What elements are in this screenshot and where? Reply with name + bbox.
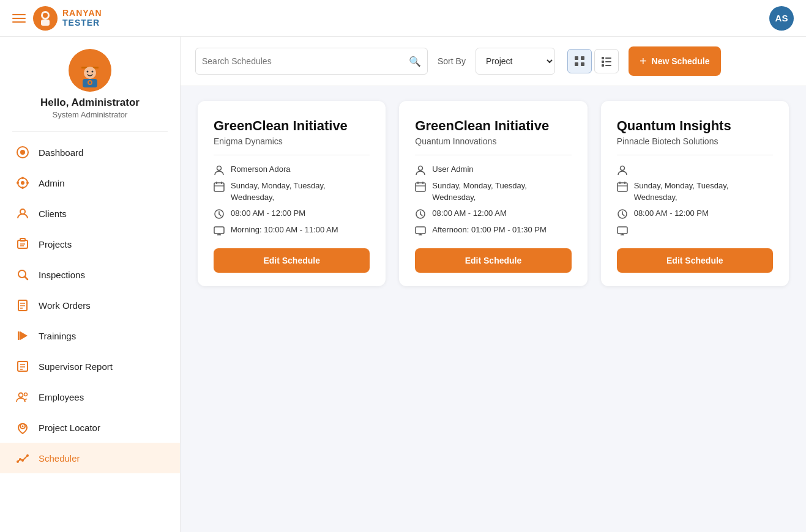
card-company: Enigma Dynamics (214, 136, 370, 146)
sidebar-item-label: Admin (39, 178, 65, 188)
sidebar-item-label: Employees (39, 392, 84, 402)
svg-line-84 (622, 214, 624, 216)
view-toggle (567, 49, 619, 73)
svg-rect-67 (416, 183, 425, 191)
card-title: GreenClean Initiative (214, 118, 370, 134)
svg-line-62 (219, 214, 221, 216)
svg-point-77 (620, 166, 624, 171)
sidebar-item-projects[interactable]: Projects (0, 229, 180, 259)
svg-rect-46 (581, 56, 584, 60)
svg-point-66 (419, 166, 423, 171)
play-icon (15, 328, 30, 343)
svg-rect-54 (605, 65, 611, 66)
sidebar-item-inspections[interactable]: Inspections (0, 259, 180, 290)
sidebar-item-label: Work Orders (39, 300, 91, 311)
grid-icon (574, 56, 585, 67)
svg-point-37 (19, 393, 23, 397)
card-divider (214, 155, 370, 155)
svg-point-8 (92, 71, 94, 73)
edit-schedule-button[interactable]: Edit Schedule (617, 248, 773, 273)
svg-rect-1 (41, 20, 50, 26)
search-box: 🔍 (195, 48, 428, 75)
search-input[interactable] (202, 56, 409, 66)
list-view-button[interactable] (594, 49, 619, 73)
card-time: 08:00 AM - 12:00 AM (432, 208, 506, 219)
top-nav: RANYAN TESTER AS (0, 0, 806, 37)
svg-rect-53 (602, 64, 604, 67)
logo-ranyan: RANYAN (62, 9, 102, 18)
card-assignee: Romerson Adora (231, 164, 291, 175)
svg-rect-50 (605, 57, 611, 59)
svg-rect-85 (618, 227, 627, 234)
sidebar-item-label: Inspections (39, 270, 85, 280)
logo: RANYAN TESTER (33, 6, 102, 31)
edit-schedule-button[interactable]: Edit Schedule (415, 248, 571, 273)
svg-point-18 (17, 182, 19, 184)
card-days: Sunday, Monday, Tuesday, Wednesday, (231, 180, 370, 202)
svg-point-55 (217, 166, 222, 171)
search-button[interactable]: 🔍 (409, 56, 421, 67)
calendar-icon (617, 181, 628, 192)
sidebar-item-scheduler[interactable]: Scheduler (0, 443, 180, 473)
svg-point-44 (26, 454, 29, 457)
profile-avatar-svg (72, 52, 108, 89)
card-info: User Admin Sunday, Monday, Tuesday, Wedn… (415, 164, 571, 235)
svg-point-41 (17, 460, 19, 463)
monitor-icon (214, 225, 225, 236)
report-icon (15, 359, 30, 374)
svg-point-38 (24, 393, 28, 396)
toolbar: 🔍 Sort By Project Date Name (181, 37, 806, 86)
sidebar-item-employees[interactable]: Employees (0, 382, 180, 412)
monitor-icon (415, 225, 426, 236)
card-title: GreenClean Initiative (415, 118, 571, 134)
sidebar-item-trainings[interactable]: Trainings (0, 320, 180, 351)
svg-point-42 (19, 458, 21, 460)
sidebar-item-clients[interactable]: Clients (0, 198, 180, 229)
profile-name: Hello, Administrator (40, 97, 140, 109)
sidebar-item-label: Dashboard (39, 147, 83, 158)
app-body: Hello, Administrator System Administrato… (0, 37, 806, 532)
schedule-card: Quantum Insights Pinnacle Biotech Soluti… (601, 101, 789, 286)
profile-role: System Administrator (53, 110, 128, 119)
monitor-icon (617, 225, 628, 236)
search-icon (15, 267, 30, 282)
sidebar-divider (12, 131, 168, 132)
sidebar-item-label: Supervisor Report (39, 361, 113, 372)
sort-select[interactable]: Project Date Name (476, 48, 555, 75)
logo-text: RANYAN TESTER (62, 9, 102, 28)
new-schedule-button[interactable]: + New Schedule (629, 46, 721, 76)
svg-rect-74 (416, 227, 425, 234)
clock-icon (415, 209, 426, 220)
sidebar-item-admin[interactable]: Admin (0, 168, 180, 198)
svg-point-11 (89, 81, 91, 84)
sidebar-item-project-locator[interactable]: Project Locator (0, 412, 180, 443)
circle-icon (15, 145, 30, 160)
svg-rect-47 (575, 62, 578, 66)
sidebar-item-label: Clients (39, 209, 67, 219)
svg-marker-31 (20, 331, 28, 340)
hamburger-button[interactable] (12, 14, 26, 23)
svg-point-40 (22, 426, 24, 427)
cards-grid: GreenClean Initiative Enigma Dynamics Ro… (198, 101, 789, 286)
user-avatar[interactable]: AS (769, 6, 794, 31)
svg-point-16 (21, 177, 24, 179)
svg-rect-52 (605, 61, 611, 62)
svg-point-6 (84, 67, 96, 79)
card-time-row: 08:00 AM - 12:00 PM (214, 208, 370, 220)
card-days-row: Sunday, Monday, Tuesday, Wednesday, (617, 180, 773, 202)
card-time-row: 08:00 AM - 12:00 PM (617, 208, 773, 220)
sidebar-item-label: Projects (39, 239, 72, 249)
sidebar-item-work-orders[interactable]: Work Orders (0, 290, 180, 320)
nav-left: RANYAN TESTER (12, 6, 102, 31)
new-schedule-label: New Schedule (652, 56, 710, 66)
edit-schedule-button[interactable]: Edit Schedule (214, 248, 370, 273)
card-shift-row: Afternoon: 01:00 PM - 01:30 PM (415, 224, 571, 236)
card-shift: Afternoon: 01:00 PM - 01:30 PM (432, 224, 546, 235)
card-shift-row (617, 224, 773, 236)
svg-rect-48 (581, 62, 584, 66)
sidebar-item-supervisor-report[interactable]: Supervisor Report (0, 351, 180, 382)
grid-view-button[interactable] (567, 49, 592, 73)
svg-point-20 (20, 209, 25, 214)
sort-label: Sort By (438, 56, 466, 66)
sidebar-item-dashboard[interactable]: Dashboard (0, 137, 180, 168)
